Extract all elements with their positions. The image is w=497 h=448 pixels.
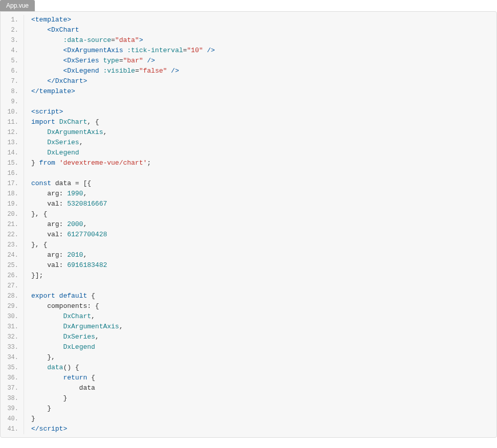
editor-container: App.vue 1.2.3.4.5.6.7.8.9.10.11.12.13.14… — [0, 0, 497, 438]
line-number: 17. — [1, 178, 18, 189]
code-line: <template> — [31, 15, 496, 25]
code-line: </script> — [31, 424, 496, 434]
line-number: 28. — [1, 291, 18, 301]
code-line: return { — [31, 373, 496, 383]
line-number: 4. — [1, 46, 18, 56]
code-area[interactable]: <template> <DxChart :data-source="data">… — [24, 15, 496, 434]
code-line: }, { — [31, 240, 496, 250]
line-number: 16. — [1, 168, 18, 178]
code-line: DxLegend — [31, 342, 496, 352]
line-number: 26. — [1, 271, 18, 281]
code-line: data() { — [31, 363, 496, 373]
line-number: 6. — [1, 66, 18, 76]
line-number: 19. — [1, 199, 18, 209]
line-number: 20. — [1, 209, 18, 219]
code-line: <DxSeries type="bar" /> — [31, 56, 496, 66]
line-number: 1. — [1, 15, 18, 25]
line-number: 10. — [1, 107, 18, 117]
line-number: 18. — [1, 189, 18, 199]
line-number: 37. — [1, 383, 18, 393]
code-line: :data-source="data"> — [31, 35, 496, 46]
code-line: } from 'devextreme-vue/chart'; — [31, 158, 496, 168]
line-number: 14. — [1, 148, 18, 158]
code-line: arg: 2010, — [31, 250, 496, 260]
line-number: 39. — [1, 404, 18, 414]
code-line: <script> — [31, 107, 496, 117]
code-line — [31, 281, 496, 291]
line-number: 41. — [1, 424, 18, 434]
line-number: 38. — [1, 393, 18, 404]
code-line: } — [31, 404, 496, 414]
line-number: 32. — [1, 332, 18, 342]
code-line: export default { — [31, 291, 496, 301]
line-number: 35. — [1, 363, 18, 373]
code-line: DxSeries, — [31, 138, 496, 148]
line-number: 36. — [1, 373, 18, 383]
code-line: }]; — [31, 271, 496, 281]
code-line — [31, 168, 496, 178]
line-number: 30. — [1, 311, 18, 322]
line-number: 40. — [1, 414, 18, 424]
line-number: 22. — [1, 230, 18, 240]
line-number: 3. — [1, 35, 18, 46]
code-line: val: 6127700428 — [31, 230, 496, 240]
code-line — [31, 97, 496, 107]
line-number: 31. — [1, 322, 18, 332]
line-number: 29. — [1, 301, 18, 311]
line-number: 8. — [1, 86, 18, 97]
code-line: </template> — [31, 86, 496, 97]
code-line: arg: 2000, — [31, 219, 496, 230]
code-line: data — [31, 383, 496, 393]
code-panel: 1.2.3.4.5.6.7.8.9.10.11.12.13.14.15.16.1… — [0, 11, 497, 438]
line-number: 2. — [1, 25, 18, 35]
code-line: <DxArgumentAxis :tick-interval="10" /> — [31, 46, 496, 56]
code-line: components: { — [31, 301, 496, 311]
line-number: 27. — [1, 281, 18, 291]
line-number: 34. — [1, 352, 18, 363]
line-number: 11. — [1, 117, 18, 127]
line-number: 12. — [1, 127, 18, 138]
code-line: DxLegend — [31, 148, 496, 158]
code-line: const data = [{ — [31, 178, 496, 189]
line-number: 25. — [1, 260, 18, 271]
line-number: 7. — [1, 76, 18, 86]
code-line: val: 5320816667 — [31, 199, 496, 209]
code-line: DxArgumentAxis, — [31, 322, 496, 332]
code-line: } — [31, 414, 496, 424]
code-line: arg: 1990, — [31, 189, 496, 199]
code-line: import DxChart, { — [31, 117, 496, 127]
code-line: }, { — [31, 209, 496, 219]
code-line: <DxLegend :visible="false" /> — [31, 66, 496, 76]
code-line: <DxChart — [31, 25, 496, 35]
line-number: 5. — [1, 56, 18, 66]
code-line: val: 6916183482 — [31, 260, 496, 271]
line-number: 21. — [1, 219, 18, 230]
line-number-gutter: 1.2.3.4.5.6.7.8.9.10.11.12.13.14.15.16.1… — [1, 15, 24, 434]
line-number: 13. — [1, 138, 18, 148]
tab-bar: App.vue — [0, 0, 497, 11]
code-line: DxChart, — [31, 311, 496, 322]
code-line: DxArgumentAxis, — [31, 127, 496, 138]
line-number: 9. — [1, 97, 18, 107]
line-number: 23. — [1, 240, 18, 250]
code-line: } — [31, 393, 496, 404]
code-line: </DxChart> — [31, 76, 496, 86]
code-line: DxSeries, — [31, 332, 496, 342]
line-number: 15. — [1, 158, 18, 168]
code-line: }, — [31, 352, 496, 363]
tab-app-vue[interactable]: App.vue — [0, 0, 35, 11]
line-number: 24. — [1, 250, 18, 260]
line-number: 33. — [1, 342, 18, 352]
